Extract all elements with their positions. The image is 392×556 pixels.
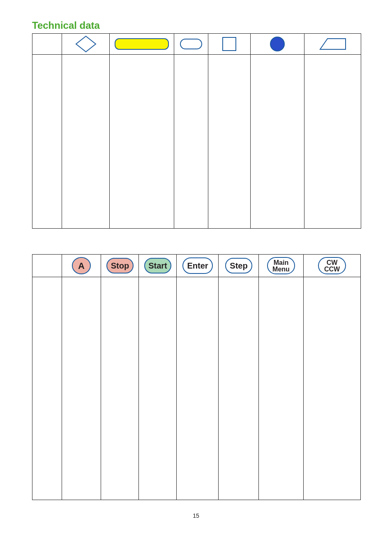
t2-header-step: Step xyxy=(219,255,259,277)
btn-stop-slot: Stop xyxy=(101,257,138,274)
t2-header-blank xyxy=(32,255,62,277)
t2-c4 xyxy=(177,277,219,500)
svg-text:Main: Main xyxy=(274,259,288,266)
t1-rowhdr xyxy=(32,55,62,229)
t1-header-blue-circle xyxy=(251,34,304,55)
svg-rect-2 xyxy=(180,39,202,49)
yellow-rounded-rect-icon xyxy=(114,37,170,51)
stop-button-icon: Stop xyxy=(106,257,134,274)
trapezoid-icon xyxy=(318,37,347,51)
t1-header-trapezoid xyxy=(304,34,361,55)
step-button-icon: Step xyxy=(224,257,253,274)
t2-c1 xyxy=(62,277,101,500)
svg-text:Start: Start xyxy=(148,261,167,270)
t2-header-start: Start xyxy=(139,255,177,277)
svg-text:CCW: CCW xyxy=(324,266,340,273)
btn-cwccw-slot: CWCCW xyxy=(304,256,360,275)
t1-c1 xyxy=(62,55,110,229)
t2-header-mainmenu: MainMenu xyxy=(259,255,304,277)
svg-rect-1 xyxy=(115,39,168,49)
diamond-icon xyxy=(75,35,97,53)
t2-c5 xyxy=(219,277,259,500)
a-button-icon: A xyxy=(71,256,92,275)
svg-point-4 xyxy=(270,37,284,51)
btn-enter-slot: Enter xyxy=(177,257,218,275)
section-heading: Technical data xyxy=(32,20,100,31)
svg-marker-5 xyxy=(320,39,346,49)
btn-step-slot: Step xyxy=(219,257,258,274)
t1-c6 xyxy=(304,55,361,229)
svg-marker-0 xyxy=(76,36,96,52)
svg-text:Menu: Menu xyxy=(272,266,290,273)
t2-header-cwccw: CWCCW xyxy=(304,255,361,277)
technical-data-table-shapes xyxy=(32,33,361,229)
blue-circle-icon xyxy=(269,35,286,53)
enter-button-icon: Enter xyxy=(182,257,214,275)
t1-c5 xyxy=(251,55,304,229)
svg-text:Enter: Enter xyxy=(187,261,208,270)
technical-data-table-buttons: A Stop Start Enter Step MainMenu CWCCW xyxy=(32,254,361,500)
t1-header-square xyxy=(208,34,251,55)
start-button-icon: Start xyxy=(143,257,172,274)
btn-start-slot: Start xyxy=(139,257,176,274)
t2-c7 xyxy=(304,277,361,500)
t1-header-yellow-pill xyxy=(110,34,174,55)
svg-text:Step: Step xyxy=(230,261,247,270)
svg-text:Stop: Stop xyxy=(111,261,129,270)
svg-text:A: A xyxy=(78,261,85,271)
t2-header-a: A xyxy=(62,255,101,277)
t2-c2 xyxy=(101,277,139,500)
mainmenu-button-icon: MainMenu xyxy=(266,256,296,275)
t2-header-stop: Stop xyxy=(101,255,139,277)
square-icon xyxy=(221,36,238,52)
btn-mainmenu-slot: MainMenu xyxy=(259,256,303,275)
t1-header-stadium xyxy=(174,34,208,55)
t1-header-diamond xyxy=(62,34,110,55)
btn-a-slot: A xyxy=(62,256,101,275)
svg-rect-3 xyxy=(223,37,236,51)
t2-c3 xyxy=(139,277,177,500)
stadium-icon xyxy=(179,38,203,50)
page-number: 15 xyxy=(0,512,392,519)
t1-c2 xyxy=(110,55,174,229)
t2-header-enter: Enter xyxy=(177,255,219,277)
t1-c3 xyxy=(174,55,208,229)
t1-header-blank xyxy=(32,34,62,55)
t2-c6 xyxy=(259,277,304,500)
cwccw-button-icon: CWCCW xyxy=(317,256,347,275)
t2-rowhdr xyxy=(32,277,62,500)
svg-text:CW: CW xyxy=(327,259,338,266)
t1-c4 xyxy=(208,55,251,229)
